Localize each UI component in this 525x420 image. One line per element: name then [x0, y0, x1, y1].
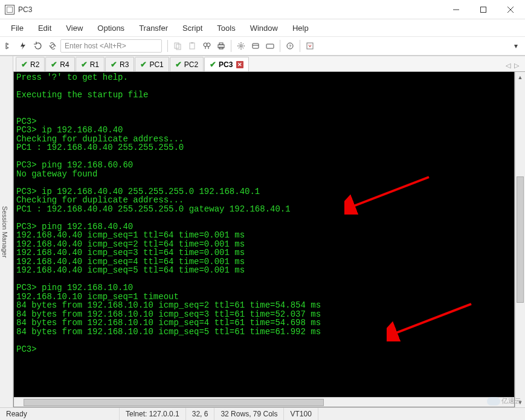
menu-transfer[interactable]: Transfer — [133, 21, 174, 35]
h-scroll-thumb[interactable] — [24, 399, 324, 406]
scroll-track[interactable] — [515, 82, 525, 397]
find-icon[interactable] — [200, 39, 213, 53]
host-input[interactable]: Enter host <Alt+R> — [60, 39, 162, 53]
maximize-button[interactable] — [469, 1, 497, 19]
v-scrollbar[interactable]: ▲ ▼ — [515, 72, 525, 407]
main-area: Session Manager ✔R2 ✔R4 ✔R1 ✔R3 ✔PC1 ✔PC… — [0, 56, 525, 407]
menu-options[interactable]: Options — [91, 21, 130, 35]
toolbar-overflow-icon[interactable]: ▾ — [509, 39, 523, 53]
tab-r2[interactable]: ✔R2 — [16, 57, 45, 71]
content-pane: ✔R2 ✔R4 ✔R1 ✔R3 ✔PC1 ✔PC2 ✔PC3✕ ◁ ▷ Pres… — [13, 56, 525, 407]
menu-help[interactable]: Help — [286, 21, 315, 35]
svg-text:?: ? — [289, 44, 292, 49]
check-icon: ✔ — [81, 60, 88, 69]
menu-window[interactable]: Window — [244, 21, 284, 35]
app-icon — [5, 5, 14, 15]
tab-r3[interactable]: ✔R3 — [105, 57, 134, 71]
svg-rect-24 — [307, 43, 313, 49]
titlebar: PC3 — [0, 0, 525, 19]
tab-pc3[interactable]: ✔PC3✕ — [204, 57, 249, 71]
close-button[interactable] — [497, 1, 524, 19]
settings-icon[interactable] — [234, 39, 248, 53]
tab-pc1[interactable]: ✔PC1 — [135, 57, 169, 71]
tab-pc2[interactable]: ✔PC2 — [170, 57, 204, 71]
check-icon: ✔ — [21, 60, 28, 69]
check-icon: ✔ — [111, 60, 117, 69]
tabbar: ✔R2 ✔R4 ✔R1 ✔R3 ✔PC1 ✔PC2 ✔PC3✕ ◁ ▷ — [13, 56, 525, 72]
watermark: 亿速云 — [487, 396, 521, 405]
minimize-button[interactable] — [442, 1, 469, 19]
reconnect-icon[interactable] — [31, 39, 45, 53]
window-title: PC3 — [18, 5, 442, 14]
terminal[interactable]: Press '?' to get help. Executing the sta… — [13, 72, 515, 407]
host-placeholder: Enter host <Alt+R> — [65, 42, 126, 50]
connect-icon[interactable] — [2, 39, 16, 53]
scroll-up-icon[interactable]: ▲ — [515, 72, 525, 82]
help-icon[interactable]: ? — [283, 39, 297, 53]
quick-connect-icon[interactable] — [17, 39, 30, 53]
v-scroll-thumb[interactable] — [517, 176, 524, 302]
keyboard-icon[interactable] — [263, 39, 277, 53]
terminal-output: Press '?' to get help. Executing the sta… — [16, 73, 321, 354]
session-manager-tab[interactable]: Session Manager — [0, 56, 13, 407]
tab-prev-icon[interactable]: ◁ — [506, 62, 511, 69]
svg-rect-7 — [191, 42, 193, 44]
toolbar-separator — [167, 40, 168, 52]
paste-icon[interactable] — [185, 39, 199, 53]
toolbar-separator — [231, 40, 231, 52]
toolbar-separator — [280, 40, 280, 52]
print-icon[interactable] — [214, 39, 228, 53]
statusbar: Ready Telnet: 127.0.0.1 32, 6 32 Rows, 7… — [0, 407, 525, 420]
status-dimensions: 32 Rows, 79 Cols — [214, 408, 284, 420]
svg-rect-6 — [190, 43, 195, 49]
toolbar-separator — [300, 40, 300, 52]
close-tab-icon[interactable]: ✕ — [236, 61, 243, 68]
status-terminal-type: VT100 — [284, 408, 318, 420]
menu-tools[interactable]: Tools — [211, 21, 241, 35]
menubar: File Edit View Options Transfer Script T… — [0, 19, 525, 36]
status-ready: Ready — [0, 408, 120, 420]
check-icon: ✔ — [140, 60, 147, 69]
tab-r1[interactable]: ✔R1 — [76, 57, 105, 71]
securefx-icon[interactable] — [303, 39, 317, 53]
tab-next-icon[interactable]: ▷ — [514, 62, 519, 69]
menu-script[interactable]: Script — [176, 21, 208, 35]
tab-r4[interactable]: ✔R4 — [45, 57, 74, 71]
tab-nav: ◁ ▷ — [506, 62, 523, 71]
svg-rect-16 — [253, 44, 259, 48]
cloud-icon — [487, 397, 500, 405]
menu-view[interactable]: View — [60, 21, 89, 35]
status-cursor-pos: 32, 6 — [186, 408, 215, 420]
session-options-icon[interactable] — [249, 39, 262, 53]
status-telnet: Telnet: 127.0.0.1 — [120, 408, 186, 420]
svg-point-15 — [240, 45, 242, 47]
menu-edit[interactable]: Edit — [32, 21, 57, 35]
copy-icon[interactable] — [171, 39, 184, 53]
svg-rect-18 — [266, 44, 274, 48]
menu-file[interactable]: File — [5, 21, 30, 35]
toolbar: Enter host <Alt+R> ? ▾ — [0, 36, 525, 56]
svg-rect-1 — [480, 7, 486, 12]
h-scrollbar[interactable] — [14, 397, 514, 407]
check-icon: ✔ — [175, 60, 182, 69]
svg-rect-13 — [219, 43, 223, 45]
check-icon: ✔ — [51, 60, 57, 69]
status-spacer — [318, 408, 525, 420]
check-icon: ✔ — [210, 60, 216, 69]
reconnect-all-icon[interactable] — [46, 39, 59, 53]
